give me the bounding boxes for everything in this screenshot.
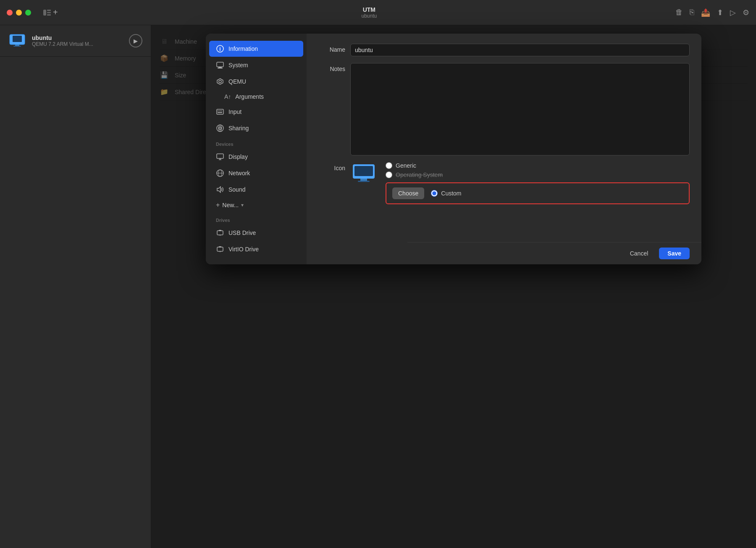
choose-button[interactable]: Choose <box>392 187 424 199</box>
add-vm-button[interactable]: + <box>53 8 58 17</box>
usb-drive-label: USB Drive <box>228 229 256 236</box>
vm-info: ubuntu QEMU 7.2 ARM Virtual M... <box>32 34 123 47</box>
app-title: UTM <box>363 6 375 13</box>
input-label: Input <box>228 108 242 115</box>
sidebar-item-virtio-drive[interactable]: VirtIO Drive <box>209 241 303 257</box>
display-label: Display <box>228 153 248 160</box>
qemu-icon <box>216 77 224 86</box>
information-label: Information <box>228 45 258 52</box>
share-icon[interactable]: ⬆ <box>717 8 723 17</box>
svg-rect-36 <box>219 246 221 248</box>
svg-rect-15 <box>218 111 218 111</box>
svg-rect-3 <box>47 14 51 16</box>
svg-rect-5 <box>13 36 22 42</box>
svg-text:i: i <box>219 46 220 52</box>
vm-sidebar: ubuntu QEMU 7.2 ARM Virtual M... ▶ <box>0 25 151 548</box>
sidebar-item-display[interactable]: Display <box>209 149 303 165</box>
new-device-label: New... <box>222 202 239 208</box>
radio-custom[interactable]: Custom <box>431 190 461 197</box>
app-subtitle: ubuntu <box>361 13 377 19</box>
notes-row: Notes <box>318 63 690 155</box>
name-input[interactable] <box>350 44 690 56</box>
radio-custom-input[interactable] <box>431 190 438 197</box>
sidebar-item-arguments[interactable]: A↑ Arguments <box>209 90 303 103</box>
vm-play-button[interactable]: ▶ <box>129 34 142 47</box>
minimize-button[interactable] <box>16 10 22 16</box>
vm-list-item[interactable]: ubuntu QEMU 7.2 ARM Virtual M... ▶ <box>0 25 151 57</box>
information-icon: i <box>216 45 224 53</box>
choose-custom-area: Choose Custom <box>386 182 690 204</box>
svg-rect-32 <box>217 231 223 235</box>
notes-label: Notes <box>318 63 345 72</box>
drives-section-label: Drives <box>206 213 307 224</box>
radio-os-label: Operating System <box>396 171 443 178</box>
sound-icon <box>216 185 224 194</box>
radio-custom-label: Custom <box>441 190 461 197</box>
sidebar-item-sound[interactable]: Sound <box>209 182 303 198</box>
svg-rect-18 <box>221 111 222 111</box>
svg-rect-16 <box>219 111 220 111</box>
usb-drive-icon <box>216 229 224 237</box>
svg-rect-10 <box>217 62 223 67</box>
titlebar-center: UTM ubuntu <box>63 6 675 19</box>
close-button[interactable] <box>7 10 13 16</box>
svg-rect-35 <box>217 247 223 251</box>
qemu-label: QEMU <box>228 78 246 85</box>
maximize-button[interactable] <box>25 10 31 16</box>
titlebar: + UTM ubuntu 🗑 ⎘ 📤 ⬆ ▷ ⚙ <box>0 0 756 25</box>
titlebar-actions: 🗑 ⎘ 📤 ⬆ ▷ ⚙ <box>675 8 749 17</box>
network-icon <box>216 169 224 177</box>
svg-rect-41 <box>358 181 370 182</box>
svg-rect-17 <box>220 111 221 111</box>
devices-section-label: Devices <box>206 137 307 148</box>
sharing-icon <box>216 124 224 132</box>
svg-rect-11 <box>218 67 222 68</box>
radio-operating-system[interactable]: Operating System <box>386 171 690 178</box>
clone-icon[interactable]: ⎘ <box>690 8 694 17</box>
save-button[interactable]: Save <box>659 248 690 259</box>
vm-display-icon <box>350 162 377 185</box>
play-icon[interactable]: ▷ <box>730 8 736 17</box>
sidebar-item-system[interactable]: System <box>209 57 303 73</box>
radio-os-input[interactable] <box>386 171 392 178</box>
sidebar-toggle-icon[interactable] <box>41 7 53 18</box>
delete-icon[interactable]: 🗑 <box>675 8 683 17</box>
radio-generic-label: Generic <box>396 162 416 169</box>
svg-rect-14 <box>217 109 223 114</box>
sound-label: Sound <box>228 186 245 193</box>
new-chevron-icon: ▾ <box>241 202 244 208</box>
settings-sliders-icon[interactable]: ⚙ <box>743 8 749 17</box>
name-row: Name <box>318 44 690 56</box>
new-device-button[interactable]: + New... ▾ <box>209 198 303 212</box>
system-label: System <box>228 62 248 68</box>
svg-rect-40 <box>360 179 367 181</box>
arguments-label: Arguments <box>235 93 264 100</box>
vm-icon <box>8 32 26 50</box>
sharing-label: Sharing <box>228 125 249 132</box>
radio-generic[interactable]: Generic <box>386 162 690 169</box>
export-icon[interactable]: 📤 <box>701 8 710 17</box>
svg-rect-12 <box>218 68 223 68</box>
icon-row: Icon <box>318 162 690 204</box>
svg-rect-24 <box>217 154 223 158</box>
notes-input[interactable] <box>350 63 690 155</box>
vm-desc: QEMU 7.2 ARM Virtual M... <box>32 41 123 47</box>
radio-options: Generic Operating System <box>386 162 690 204</box>
vm-name: ubuntu <box>32 34 123 41</box>
main-content: 🖥 Machine QEMU 7.2 ARM Virtual Machine (… <box>151 25 756 548</box>
svg-rect-6 <box>15 45 19 46</box>
sidebar-item-qemu[interactable]: QEMU <box>209 74 303 90</box>
sidebar-item-input[interactable]: Input <box>209 104 303 120</box>
svg-rect-2 <box>47 12 51 13</box>
sidebar-item-information[interactable]: i Information <box>209 41 303 57</box>
sidebar-item-usb-drive[interactable]: USB Drive <box>209 225 303 241</box>
cancel-button[interactable]: Cancel <box>623 248 655 259</box>
radio-generic-input[interactable] <box>386 162 392 169</box>
traffic-lights <box>7 10 31 16</box>
settings-dialog: i Information System <box>206 34 701 264</box>
svg-rect-33 <box>219 230 221 231</box>
sidebar-item-network[interactable]: Network <box>209 165 303 181</box>
svg-marker-31 <box>217 187 220 192</box>
arguments-icon: A↑ <box>224 93 231 100</box>
sidebar-item-sharing[interactable]: Sharing <box>209 120 303 136</box>
